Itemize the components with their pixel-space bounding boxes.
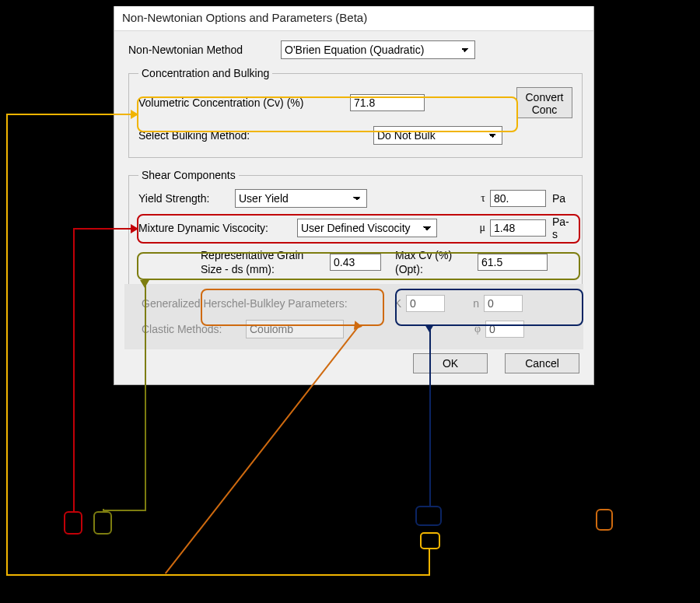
footer-buttons: OK Cancel <box>128 353 579 373</box>
method-select[interactable]: O'Brien Equation (Quadratic) <box>281 40 475 59</box>
method-row: Non-Newtonian Method O'Brien Equation (Q… <box>128 40 583 59</box>
method-label: Non-Newtonian Method <box>128 44 268 56</box>
visc-select[interactable]: User Defined Viscocity <box>297 219 437 237</box>
maxcv-label: Max Cv (%) (Opt): <box>395 248 465 276</box>
annotation-marker-olive <box>93 511 112 535</box>
cv-row: Volumetric Concentration (Cv) (%) Conver… <box>138 87 572 118</box>
annotation-arrowhead <box>425 324 434 332</box>
mu-input[interactable] <box>490 219 546 237</box>
ok-button[interactable]: OK <box>413 353 488 373</box>
annotation-marker-yellow <box>420 532 440 549</box>
annotation-line <box>6 114 137 115</box>
visc-label: Mixture Dynamic Viscocity: <box>138 222 285 234</box>
clastic-label: Clastic Methods: <box>142 323 233 335</box>
annotation-arrowhead <box>140 280 149 288</box>
yield-select[interactable]: User Yield <box>235 189 367 208</box>
annotation-line <box>6 114 8 576</box>
annotation-marker-red <box>64 511 82 535</box>
n-symbol: n <box>465 297 479 310</box>
shear-fieldset: Shear Components Yield Strength: User Yi… <box>128 169 583 342</box>
annotation-arrowhead <box>131 224 138 233</box>
annotation-line <box>103 510 146 511</box>
concentration-fieldset: Concentration and Bulking Volumetric Con… <box>128 67 583 158</box>
tau-symbol: τ <box>471 192 485 205</box>
annotation-marker-orange <box>596 509 613 531</box>
clastic-select: Coulomb <box>246 320 344 338</box>
dialog-title: Non-Newtonian Options and Parameters (Be… <box>114 6 593 31</box>
maxcv-input[interactable] <box>478 254 548 271</box>
bulking-label: Select Bulking Method: <box>138 129 361 142</box>
concentration-legend: Concentration and Bulking <box>138 67 272 79</box>
mu-symbol: μ <box>471 222 485 234</box>
annotation-line <box>73 228 137 230</box>
annotation-line <box>145 280 146 511</box>
tau-unit: Pa <box>546 192 572 205</box>
tau-input[interactable] <box>490 190 546 207</box>
annotation-line <box>429 549 430 576</box>
cancel-button[interactable]: Cancel <box>505 353 579 373</box>
cv-label: Volumetric Concentration (Cv) (%) <box>138 96 338 109</box>
disabled-section: Generalized Herschel-Bulkley Parameters:… <box>124 284 583 349</box>
ds-max-row: Representative Grain Size - ds (mm): Max… <box>201 248 572 276</box>
cv-input[interactable] <box>350 94 425 111</box>
bulking-row: Select Bulking Method: Do Not Bulk <box>138 126 572 145</box>
annotation-line <box>429 326 431 506</box>
yield-label: Yield Strength: <box>138 192 222 205</box>
ghb-row: Generalized Herschel-Bulkley Parameters:… <box>142 295 572 312</box>
annotation-marker-navy <box>415 506 442 526</box>
n-input <box>484 295 523 312</box>
bulking-select[interactable]: Do Not Bulk <box>373 126 502 145</box>
k-symbol: K <box>387 297 401 310</box>
annotation-line <box>73 228 75 511</box>
ds-label: Representative Grain Size - ds (mm): <box>201 248 317 276</box>
shear-legend: Shear Components <box>138 169 239 181</box>
mu-unit: Pa-s <box>546 216 572 240</box>
annotation-line <box>6 574 430 576</box>
phi-input <box>485 321 524 338</box>
ds-input[interactable] <box>330 254 381 271</box>
annotation-arrowhead <box>131 110 138 119</box>
k-input <box>406 295 445 312</box>
visc-row: Mixture Dynamic Viscocity: User Defined … <box>138 216 572 240</box>
yield-row: Yield Strength: User Yield τ Pa <box>138 189 572 208</box>
convert-conc-button[interactable]: Convert Conc <box>516 87 572 118</box>
phi-symbol: φ <box>467 323 481 335</box>
ghb-label: Generalized Herschel-Bulkley Parameters: <box>142 297 375 310</box>
